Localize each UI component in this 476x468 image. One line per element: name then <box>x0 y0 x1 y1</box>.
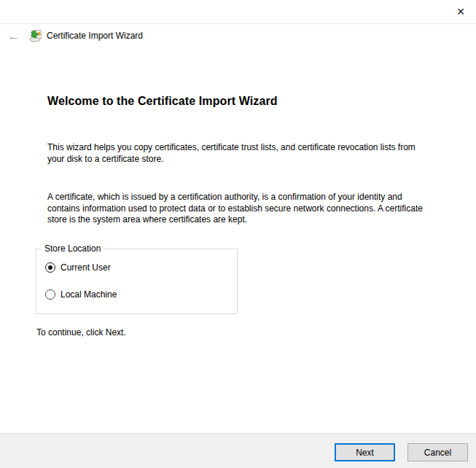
store-location-groupbox: Store Location Current User Local Machin… <box>36 249 238 314</box>
continue-hint: To continue, click Next. <box>36 327 126 338</box>
radio-local-machine[interactable]: Local Machine <box>45 288 117 301</box>
page-title: Welcome to the Certificate Import Wizard <box>47 95 278 108</box>
radio-current-user-label: Current User <box>61 262 111 273</box>
wizard-header: ← Certificate Import Wizard <box>0 25 476 47</box>
radio-local-machine-label: Local Machine <box>61 289 117 300</box>
certificate-import-wizard-window: ✕ ← Certificate Import Wizard Welcome to… <box>0 0 476 468</box>
description-paragraph: A certificate, which is issued by a cert… <box>47 192 435 226</box>
certificate-import-icon <box>29 29 42 42</box>
footer-bar: Next Cancel <box>0 433 476 468</box>
wizard-title: Certificate Import Wizard <box>47 31 143 41</box>
radio-current-user[interactable]: Current User <box>45 261 111 274</box>
cancel-button[interactable]: Cancel <box>407 443 468 461</box>
titlebar: ✕ <box>0 0 476 24</box>
store-location-label: Store Location <box>42 243 104 254</box>
radio-button-icon[interactable] <box>45 289 55 300</box>
next-button[interactable]: Next <box>335 443 395 461</box>
intro-paragraph: This wizard helps you copy certificates,… <box>47 142 430 165</box>
radio-button-icon[interactable] <box>45 262 55 273</box>
back-icon[interactable]: ← <box>0 25 28 47</box>
close-icon[interactable]: ✕ <box>449 1 472 22</box>
